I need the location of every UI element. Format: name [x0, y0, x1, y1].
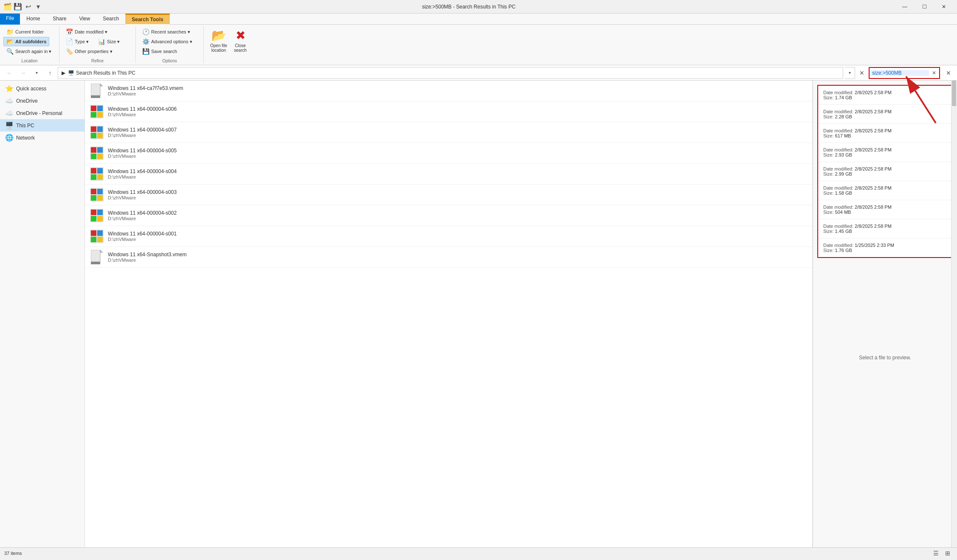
svg-rect-26: [91, 195, 96, 201]
recent-searches-label: Recent searches ▾: [151, 29, 190, 35]
file-item[interactable]: Windows 11 x64-ca7f7e53.vmem D:\zhVMware: [85, 81, 812, 101]
dropdown-button[interactable]: ▾: [31, 67, 42, 79]
file-icon: [89, 187, 104, 202]
file-info: Windows 11 x64-Snapshot3.vmem D:\zhVMwar…: [108, 252, 808, 263]
file-name: Windows 11 x64-ca7f7e53.vmem: [108, 85, 808, 91]
close-button[interactable]: ✕: [934, 0, 954, 14]
svg-rect-11: [91, 133, 96, 138]
sidebar-item-network[interactable]: 🌐 Network: [0, 132, 84, 144]
file-name: Windows 11 x64-000004-s003: [108, 189, 808, 195]
advanced-options-button[interactable]: ⚙️ Advanced options ▾: [139, 37, 195, 46]
all-subfolders-button[interactable]: 📂 All subfolders: [3, 37, 49, 46]
ribbon-content: 📁 Current folder 📂 All subfolders 🔍 Sear…: [0, 25, 957, 65]
customize-icon[interactable]: ▾: [34, 3, 42, 11]
forward-button[interactable]: →: [17, 67, 29, 79]
address-path[interactable]: ▶ 🖥️ Search Results in This PC: [58, 67, 843, 79]
sidebar-item-onedrive[interactable]: ☁️ OneDrive: [0, 95, 84, 107]
minimize-button[interactable]: —: [895, 0, 915, 14]
sidebar-item-quick-access[interactable]: ⭐ Quick access: [0, 82, 84, 95]
svg-rect-25: [97, 189, 103, 194]
up-button[interactable]: ↑: [44, 67, 56, 79]
type-button[interactable]: 📄 Type ▾: [63, 37, 92, 46]
file-path: D:\zhVMware: [108, 195, 808, 200]
tab-view[interactable]: View: [73, 14, 96, 25]
tab-home[interactable]: Home: [20, 14, 46, 25]
save-search-label: Save search: [151, 49, 177, 54]
file-item[interactable]: Windows 11 x64-000004-s003 D:\zhVMware: [85, 185, 812, 205]
detail-row: Date modified: 2/8/2025 2:58 PM Size: 1.…: [818, 86, 952, 105]
scrollbar-thumb[interactable]: [952, 81, 956, 106]
sidebar-item-label-onedrive: OneDrive: [16, 98, 38, 104]
detail-size: Size: 1.76 GB: [823, 248, 947, 253]
file-name: Windows 11 x64-Snapshot3.vmem: [108, 252, 808, 258]
quick-access-icon: ⭐: [5, 84, 14, 92]
recent-searches-button[interactable]: 🕐 Recent searches ▾: [139, 27, 193, 36]
file-item[interactable]: Windows 11 x64-000004-s007 D:\zhVMware: [85, 122, 812, 143]
detail-date-modified: Date modified: 2/8/2025 2:58 PM: [823, 185, 947, 190]
back-button[interactable]: ←: [3, 67, 15, 79]
detail-row: Date modified: 2/8/2025 2:58 PM Size: 2.…: [818, 143, 952, 162]
file-item[interactable]: Windows 11 x64-000004-s004 D:\zhVMware: [85, 164, 812, 185]
file-item[interactable]: Windows 11 x64-Snapshot3.vmem D:\zhVMwar…: [85, 247, 812, 268]
file-name: Windows 11 x64-000004-s002: [108, 210, 808, 216]
open-file-location-button[interactable]: 📂 Open filelocation: [207, 26, 230, 63]
close-search-icon: ✖: [236, 28, 245, 42]
tab-search[interactable]: Search: [96, 14, 125, 25]
detail-size: Size: 1.58 GB: [823, 190, 947, 196]
undo-icon[interactable]: ↩: [24, 3, 32, 11]
search-input[interactable]: [870, 70, 929, 76]
save-icon[interactable]: 💾: [14, 3, 22, 11]
refine-group-items: 📅 Date modified ▾ 📄 Type ▾ 📊 Size ▾ 🏷️: [63, 26, 132, 57]
all-subfolders-icon: 📂: [6, 38, 14, 45]
detail-info-box: Date modified: 2/8/2025 2:58 PM Size: 1.…: [817, 85, 953, 258]
date-modified-label: Date modified ▾: [75, 29, 107, 35]
svg-rect-19: [91, 168, 96, 174]
svg-rect-29: [91, 210, 96, 215]
detail-row: Date modified: 2/8/2025 2:58 PM Size: 2.…: [818, 105, 952, 124]
other-properties-button[interactable]: 🏷️ Other properties ▾: [63, 47, 115, 56]
path-clear[interactable]: ✕: [857, 67, 867, 79]
search-clear-button[interactable]: ✕: [929, 67, 939, 78]
save-search-button[interactable]: 💾 Save search: [139, 47, 180, 56]
svg-rect-20: [97, 168, 103, 174]
file-item[interactable]: Windows 11 x64-000004-s006 D:\zhVMware: [85, 101, 812, 122]
tab-share[interactable]: Share: [46, 14, 73, 25]
size-label: Size ▾: [107, 39, 120, 45]
file-item[interactable]: Windows 11 x64-000004-s002 D:\zhVMware: [85, 205, 812, 226]
type-label: Type ▾: [75, 39, 89, 45]
sidebar-item-this-pc[interactable]: 🖥️ This PC: [0, 119, 84, 132]
file-name: Windows 11 x64-000004-s005: [108, 148, 808, 154]
detail-date-modified: Date modified: 2/8/2025 2:58 PM: [823, 90, 947, 95]
svg-rect-40: [91, 262, 100, 264]
tiles-view-button[interactable]: ⊞: [943, 549, 953, 558]
file-info: Windows 11 x64-000004-s004 D:\zhVMware: [108, 168, 808, 179]
open-location-icon: 📂: [211, 28, 226, 42]
file-info: Windows 11 x64-ca7f7e53.vmem D:\zhVMware: [108, 85, 808, 96]
date-modified-button[interactable]: 📅 Date modified ▾: [63, 27, 110, 36]
search-again-button[interactable]: 🔍 Search again in ▾: [3, 47, 55, 56]
file-item[interactable]: Windows 11 x64-000004-s005 D:\zhVMware: [85, 143, 812, 164]
svg-marker-1: [100, 84, 103, 86]
maximize-button[interactable]: ☐: [915, 0, 934, 14]
close-search-button[interactable]: ✖ Closesearch: [230, 26, 251, 63]
sidebar-item-onedrive-personal[interactable]: ☁️ OneDrive - Personal: [0, 107, 84, 119]
search-again-icon: 🔍: [6, 48, 14, 55]
svg-rect-34: [91, 230, 96, 236]
file-icon: [89, 83, 104, 98]
tab-file[interactable]: File: [0, 14, 20, 25]
detail-scrollbar[interactable]: [951, 81, 957, 547]
tab-search-tools[interactable]: Search Tools: [125, 14, 169, 25]
address-close[interactable]: ✕: [943, 67, 954, 79]
current-folder-button[interactable]: 📁 Current folder: [3, 27, 47, 36]
app-icon: 🗂️: [3, 3, 12, 11]
file-info: Windows 11 x64-000004-s002 D:\zhVMware: [108, 210, 808, 221]
path-dropdown[interactable]: ▾: [845, 67, 855, 79]
select-file-text: Select a file to preview.: [813, 355, 957, 361]
file-item[interactable]: Windows 11 x64-000004-s001 D:\zhVMware: [85, 226, 812, 247]
svg-rect-15: [97, 147, 103, 153]
size-button[interactable]: 📊 Size ▾: [95, 37, 123, 46]
svg-rect-4: [91, 106, 96, 111]
file-icon: [89, 146, 104, 161]
details-view-button[interactable]: ☰: [931, 549, 941, 558]
current-folder-label: Current folder: [15, 29, 44, 34]
